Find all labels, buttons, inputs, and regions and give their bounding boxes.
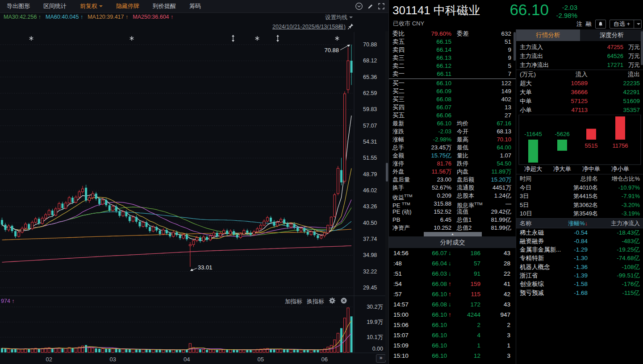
chart-scrollbar[interactable] <box>385 31 388 360</box>
tape-row[interactable]: :4866.04↓5728 <box>389 258 516 269</box>
last-price: 66.10 <box>509 1 549 19</box>
tape-row[interactable]: :5166.03↓9122 <box>389 269 516 279</box>
svg-text:06: 06 <box>322 356 328 363</box>
ask-row[interactable]: 卖二66.125 <box>389 62 516 70</box>
ranking-row: 3日第4415名-7.91% <box>516 192 643 201</box>
ask-levels: 卖五66.1551卖四66.149卖三66.139卖二66.125卖一66.11… <box>389 38 516 78</box>
svg-text:05: 05 <box>258 356 264 363</box>
chart-panel: 导出图形区间统计前复权隐藏停牌到价提醒筹码 MA30:42.256 ↑MA60:… <box>0 0 388 364</box>
tag-0[interactable]: 注 <box>576 21 582 27</box>
svg-text:37.74: 37.74 <box>363 236 377 242</box>
tape-rows: 14:5666.07↓18643:4866.04↓5728:5166.03↓91… <box>389 248 516 364</box>
weicha-value: 632 <box>501 29 511 38</box>
switch-indicator-button[interactable]: 换指标 <box>307 298 324 306</box>
tape-row[interactable]: 15:0666.1022 <box>389 320 516 330</box>
flow-table-row: 大单3666642291 <box>516 88 643 97</box>
tape-row[interactable]: 15:1266.1021 <box>389 361 516 364</box>
tape-row[interactable]: 14:5666.07↓18643 <box>389 248 516 258</box>
svg-text:70.88: 70.88 <box>363 41 377 48</box>
ask-row[interactable]: 卖一66.117 <box>389 70 516 78</box>
indicator-toolbar: 加指标 换指标 <box>285 297 347 306</box>
tape-row[interactable]: 15:0966.1011 <box>389 340 516 351</box>
tab-depth-analysis[interactable]: 深度分析 <box>580 29 643 41</box>
flow-table-row: 小单4711335357 <box>516 106 643 115</box>
svg-text:11756: 11756 <box>612 142 628 149</box>
svg-text:10.1万: 10.1万 <box>367 334 383 340</box>
stat-row: PE (动)152.52流值29.42亿 <box>389 208 516 216</box>
add-watchlist-button[interactable]: 自选 + <box>610 20 642 29</box>
bid-row[interactable]: 买四66.0713 <box>389 103 516 112</box>
sector-row[interactable]: 浙江省-1.39-99.51亿 <box>516 271 643 280</box>
svg-text:净中单: 净中单 <box>582 165 601 172</box>
ranking-row: 5日第3062名-3.20% <box>516 201 643 210</box>
trading-app: 导出图形区间统计前复权隐藏停牌到价提醒筹码 MA30:42.256 ↑MA60:… <box>0 0 643 364</box>
bid-row[interactable]: 买五66.0627 <box>389 112 516 120</box>
svg-text:34.98: 34.98 <box>363 252 377 258</box>
analysis-tabs: 行情分析深度分析 <box>516 29 643 41</box>
tape-row[interactable]: 15:1066.10123 <box>389 351 516 361</box>
watchlist-dropdown[interactable] <box>634 23 641 25</box>
sector-list: 稀土永磁-0.54-18.43亿融资融券-0.84-483亿金属非金属新...-… <box>516 228 643 297</box>
right-scrollbar[interactable] <box>641 30 643 360</box>
alert-bell-button[interactable] <box>595 20 606 29</box>
flow-table: (万元)流入流出超大1058922235大单3666642291中单571255… <box>516 70 643 115</box>
stock-title: 301141 中科磁业 <box>392 3 480 18</box>
stat-row: 盘后量23.00盘后额15.20万 <box>389 176 516 184</box>
ask-row[interactable]: 卖四66.149 <box>389 46 516 54</box>
tape-collapse-handle[interactable]: ▲ <box>424 232 482 236</box>
stat-row: 换手52.67%流通股4451万 <box>389 184 516 192</box>
stat-row: 总手23.45万最低64.00 <box>389 144 516 152</box>
expand-right-button[interactable]: » <box>376 354 386 363</box>
change-percent: -2.98% <box>556 12 577 20</box>
sector-row[interactable]: 专精特新-1.30-74.68亿 <box>516 254 643 262</box>
weibi-value: 79.60% <box>431 29 451 38</box>
tag-1[interactable]: 融 <box>586 21 592 27</box>
event-star-icon <box>335 36 339 41</box>
svg-text:净超大: 净超大 <box>524 165 543 172</box>
tape-title: 分时成交 <box>389 236 516 248</box>
close-indicator-icon[interactable] <box>340 297 347 306</box>
stat-row: PB6.45总值181.99亿 <box>389 216 516 224</box>
stat-row: 涨跌-2.03今开68.13 <box>389 128 516 136</box>
event-star-icon <box>29 36 33 41</box>
tape-row[interactable]: :5466.08↑15941 <box>389 279 516 289</box>
svg-text:43.26: 43.26 <box>363 203 377 210</box>
stat-row: 最新66.10均价67.16 <box>389 120 516 128</box>
ask-row[interactable]: 卖三66.139 <box>389 54 516 62</box>
tape-row[interactable]: 14:5766.08↓17243 <box>389 299 516 310</box>
svg-text:62.59: 62.59 <box>363 90 377 96</box>
volume-indicator-value: 974 ↑ <box>1 298 15 304</box>
sector-row[interactable]: 稀土永磁-0.54-18.43亿 <box>516 228 643 237</box>
stat-row: 收益TTM0.209总股本1.24亿 <box>389 192 516 200</box>
bid-row[interactable]: 买一66.10122 <box>389 79 516 87</box>
quote-stats: 最新66.10均价67.16涨跌-2.03今开68.13涨幅-2.98%最高70… <box>389 120 516 232</box>
svg-text:48.79: 48.79 <box>363 171 377 178</box>
sector-row[interactable]: 金属非金属新...-1.29-19.25亿 <box>516 245 643 254</box>
sort-column[interactable]: 涨幅%↓ <box>568 219 588 228</box>
flow-table-row: 超大1058922235 <box>516 79 643 88</box>
svg-text:46.02: 46.02 <box>363 187 377 194</box>
chart-scrollbar-thumb[interactable] <box>386 163 388 182</box>
bid-row[interactable]: 买二66.09149 <box>389 87 516 95</box>
candlestick-chart[interactable]: 70.8868.1265.3662.5959.8357.0754.3151.55… <box>0 0 388 364</box>
sector-row[interactable]: 创业板综-1.58-176亿 <box>516 280 643 288</box>
tape-row[interactable]: 15:0066.10↑4244947 <box>389 310 516 320</box>
tape-row[interactable]: 15:0766.1043 <box>389 330 516 340</box>
market-status: 已收市 CNY <box>393 20 424 28</box>
svg-text:19.9万: 19.9万 <box>367 319 383 325</box>
rankings-table: 时间总排名增仓占比%今日第4010名-10.97%3日第4415名-7.91%5… <box>516 174 643 218</box>
sector-row[interactable]: 预亏预减-1.68-115亿 <box>516 289 643 297</box>
tab-market-analysis[interactable]: 行情分析 <box>516 29 580 41</box>
add-indicator-button[interactable]: 加指标 <box>285 298 302 306</box>
flow-table-row: 中单5712551609 <box>516 97 643 106</box>
svg-text:5515: 5515 <box>585 142 598 149</box>
svg-text:57.07: 57.07 <box>363 123 377 129</box>
sector-row[interactable]: 机器人概念-1.36-108亿 <box>516 263 643 271</box>
gear-icon[interactable] <box>329 297 336 306</box>
sector-row[interactable]: 融资融券-0.84-483亿 <box>516 237 643 245</box>
ranking-row: 今日第4010名-10.97% <box>516 183 643 192</box>
ask-row[interactable]: 卖五66.1551 <box>389 38 516 46</box>
stat-row: 涨停81.76跌停54.50 <box>389 160 516 168</box>
bid-row[interactable]: 买三66.08402 <box>389 95 516 103</box>
tape-row[interactable]: :5766.10↑11542 <box>389 289 516 299</box>
